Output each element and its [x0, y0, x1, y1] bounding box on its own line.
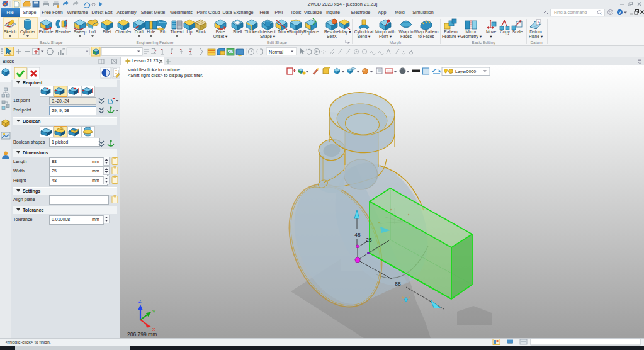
svg-text:Layer0000: Layer0000 [455, 69, 476, 74]
svg-text:88: 88 [395, 281, 401, 287]
svg-text:206.799 mm: 206.799 mm [127, 331, 157, 337]
svg-text:Normal: Normal [269, 49, 284, 55]
svg-text:Find a command: Find a command [554, 10, 587, 14]
svg-text:Z: Z [138, 298, 142, 304]
svg-text:1: 1 [539, 21, 541, 25]
svg-text:?: ? [618, 9, 621, 15]
svg-text:48: 48 [354, 232, 361, 238]
svg-text:Y: Y [152, 309, 155, 315]
svg-text:25: 25 [366, 237, 372, 243]
